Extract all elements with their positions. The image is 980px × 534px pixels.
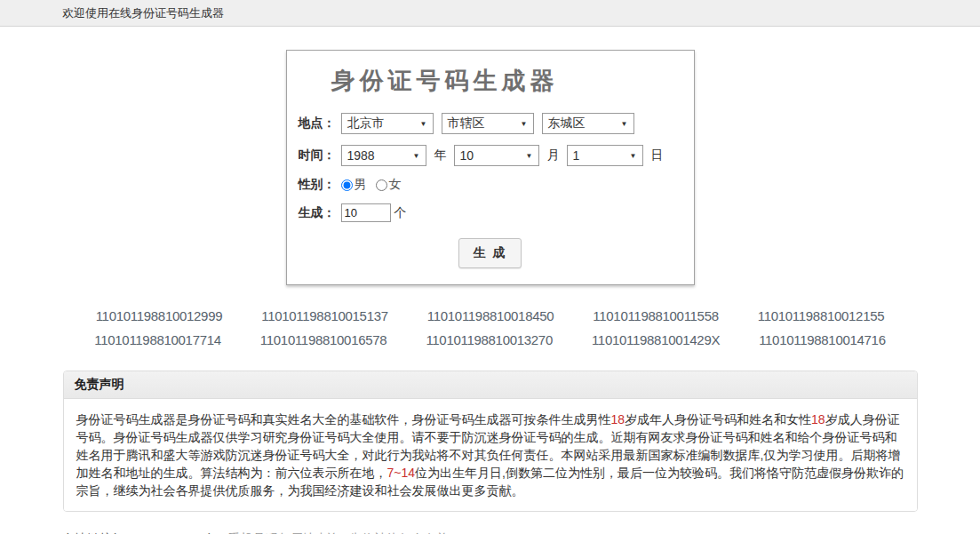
day-select[interactable]: 1 ▼	[567, 145, 643, 166]
dropdown-arrow-icon: ▼	[521, 120, 528, 128]
gender-row: 性别： 男 女	[287, 177, 694, 193]
gender-radio-group: 男 女	[341, 177, 410, 193]
id-number: 11010119881001429X	[592, 332, 720, 347]
dropdown-arrow-icon: ▼	[630, 152, 637, 160]
result-row: 110101198810017714 110101198810016578 11…	[0, 332, 980, 347]
count-row: 生成： 个	[287, 203, 694, 222]
month-suffix: 月	[547, 147, 560, 163]
city-select-value: 市辖区	[448, 116, 485, 132]
count-label: 生成：	[299, 205, 336, 221]
count-suffix: 个	[394, 205, 407, 221]
province-select[interactable]: 北京市 ▼	[341, 113, 434, 134]
dropdown-arrow-icon: ▼	[526, 152, 533, 160]
gender-radio-male[interactable]	[341, 179, 353, 191]
city-select[interactable]: 市辖区 ▼	[442, 113, 534, 134]
id-generator-panel: 身份证号码生成器 地点： 北京市 ▼ 市辖区 ▼ 东城区 ▼ 时间： 1988 …	[286, 50, 695, 285]
generate-button[interactable]: 生 成	[458, 238, 522, 268]
date-row: 时间： 1988 ▼ 年 10 ▼ 月 1 ▼ 日	[287, 145, 694, 166]
year-suffix: 年	[434, 147, 447, 163]
id-number: 110101198810013270	[426, 332, 553, 347]
welcome-text: 欢迎使用在线身份证号码生成器	[62, 6, 224, 20]
generator-title: 身份证号码生成器	[287, 65, 694, 97]
day-select-value: 1	[573, 148, 580, 163]
disclaimer-title: 免责声明	[64, 371, 917, 399]
district-select-value: 东城区	[548, 116, 586, 132]
id-number: 110101198810012155	[758, 308, 885, 323]
district-select[interactable]: 东城区 ▼	[542, 113, 634, 134]
button-row: 生 成	[287, 238, 694, 268]
id-number: 110101198810015137	[261, 308, 388, 323]
dropdown-arrow-icon: ▼	[420, 120, 427, 128]
year-select[interactable]: 1988 ▼	[341, 145, 426, 166]
top-welcome-bar: 欢迎使用在线身份证号码生成器	[0, 0, 980, 27]
gender-female-label[interactable]: 女	[389, 177, 402, 193]
disclaimer-text: 身份证号码生成器是身份证号码和真实姓名大全的基础软件，身份证号码生成器可按条件生…	[64, 399, 917, 511]
gender-male-label[interactable]: 男	[355, 177, 367, 193]
location-row: 地点： 北京市 ▼ 市辖区 ▼ 东城区 ▼	[287, 113, 694, 134]
id-number: 110101198810018450	[427, 308, 554, 323]
id-number: 110101198810012999	[96, 308, 223, 323]
day-suffix: 日	[651, 147, 664, 163]
province-select-value: 北京市	[347, 116, 385, 132]
location-label: 地点：	[299, 116, 336, 132]
month-select-value: 10	[460, 148, 474, 163]
count-input[interactable]	[341, 203, 391, 222]
dropdown-arrow-icon: ▼	[621, 120, 628, 128]
month-select[interactable]: 10 ▼	[454, 145, 539, 166]
disclaimer-panel: 免责声明 身份证号码生成器是身份证号码和真实姓名大全的基础软件，身份证号码生成器…	[63, 371, 918, 512]
id-number: 110101198810011558	[593, 308, 718, 323]
date-label: 时间：	[299, 147, 336, 163]
result-row: 110101198810012999 110101198810015137 11…	[0, 308, 980, 323]
id-number: 110101198810017714	[94, 332, 221, 347]
id-number: 110101198810016578	[260, 332, 387, 347]
gender-label: 性别：	[299, 177, 336, 193]
results-list: 110101198810012999 110101198810015137 11…	[0, 308, 980, 347]
id-number: 110101198810014716	[759, 332, 886, 347]
gender-radio-female[interactable]	[376, 179, 387, 191]
year-select-value: 1988	[347, 148, 375, 163]
dropdown-arrow-icon: ▼	[413, 152, 420, 160]
